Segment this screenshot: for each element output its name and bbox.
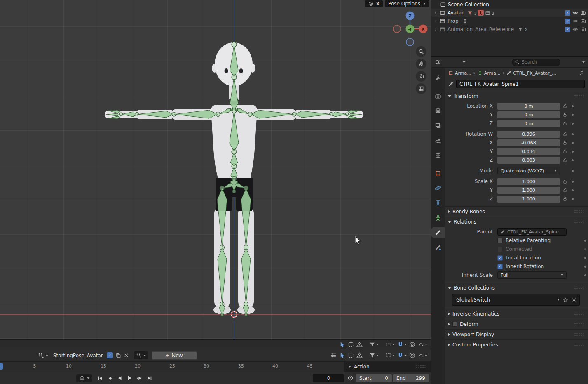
eye-icon[interactable] [572, 18, 578, 24]
camera-icon[interactable] [580, 10, 586, 16]
unlink-action-icon[interactable] [124, 353, 129, 358]
outliner-row-prop[interactable]: › Prop ✓ [431, 17, 588, 25]
panel-bendy-bones-header[interactable]: Bendy Bones [445, 207, 588, 217]
outliner-row-animation-area-reference[interactable]: › Animation_Area_Reference 2 ✓ [431, 25, 588, 33]
expand-chevron-icon[interactable]: › [435, 19, 439, 24]
panel-transform-header[interactable]: Transform [445, 91, 588, 101]
animate-dot[interactable] [584, 240, 586, 242]
start-frame-field[interactable]: Start 0 [356, 374, 392, 382]
search-box[interactable] [512, 59, 560, 66]
drag-grip[interactable] [574, 286, 585, 290]
breadcrumb-armature[interactable]: Arma... [478, 71, 501, 76]
drag-grip[interactable] [574, 210, 585, 213]
lock-icon[interactable] [561, 140, 569, 145]
lock-icon[interactable] [561, 158, 569, 163]
gizmo-neg-z-ball[interactable] [406, 38, 414, 46]
lock-icon[interactable] [561, 188, 569, 193]
breadcrumb-object[interactable]: Arma... [448, 71, 471, 76]
animate-dot[interactable] [572, 133, 574, 135]
tab-bone[interactable] [431, 227, 445, 238]
rotation-w-field[interactable]: 0.996 [497, 131, 560, 138]
animate-dot[interactable] [584, 257, 586, 259]
proportional-edit-icon[interactable] [368, 1, 373, 6]
show-errors-icon[interactable] [356, 342, 363, 348]
local-location-checkbox[interactable]: ✓ [497, 255, 503, 261]
panel-custom-properties-header[interactable]: Custom Properties [445, 340, 588, 350]
filter-chevron-icon[interactable] [582, 61, 585, 63]
animate-dot[interactable] [572, 142, 574, 144]
exclude-checkbox[interactable]: ✓ [565, 10, 570, 16]
new-action-button[interactable]: + New [152, 351, 197, 360]
animate-dot[interactable] [572, 198, 574, 200]
filter-icon[interactable] [369, 352, 379, 358]
falloff-icon[interactable] [418, 352, 427, 358]
duplicate-action-icon[interactable] [115, 353, 121, 358]
lock-icon[interactable] [561, 149, 569, 154]
next-keyframe-button[interactable] [136, 375, 143, 382]
animate-dot[interactable] [584, 274, 586, 276]
filter-icon[interactable] [369, 342, 379, 348]
timeline-ruler[interactable]: 5 10 15 20 25 30 35 40 45 Action [0, 361, 431, 372]
animate-dot[interactable] [572, 105, 574, 107]
prev-keyframe-button[interactable] [106, 375, 113, 382]
tab-physics[interactable] [431, 183, 445, 193]
exclude-checkbox[interactable]: ✓ [565, 19, 570, 24]
show-errors-icon[interactable] [356, 352, 363, 358]
tab-bone-constraints[interactable] [431, 242, 445, 252]
drag-grip[interactable] [574, 323, 585, 326]
panel-deform-header[interactable]: Deform [445, 319, 588, 329]
lock-icon[interactable] [561, 179, 569, 184]
relative-parenting-checkbox[interactable] [497, 238, 503, 243]
snap-icon[interactable] [397, 352, 407, 358]
current-frame-marker[interactable] [0, 363, 3, 370]
end-frame-field[interactable]: End 299 [393, 374, 429, 382]
animate-dot[interactable] [572, 151, 574, 153]
tab-world[interactable] [431, 150, 445, 160]
action-channel-header[interactable]: Action [344, 362, 431, 372]
drag-grip[interactable] [574, 333, 585, 336]
breadcrumb-bone[interactable]: CTRL_FK_Avatar_... [506, 71, 556, 76]
animate-dot[interactable] [572, 159, 574, 161]
rotation-y-field[interactable]: 0.034 [497, 148, 560, 155]
tab-object-data[interactable] [431, 212, 445, 223]
outliner-row-avatar[interactable]: › Avatar 2 2 ✓ [431, 9, 588, 17]
deform-checkbox[interactable] [452, 322, 457, 327]
editor-type-button[interactable] [38, 352, 48, 358]
exclude-checkbox[interactable]: ✓ [565, 27, 570, 32]
chevron-down-icon[interactable] [463, 61, 465, 63]
lock-icon[interactable] [561, 112, 569, 117]
falloff-icon[interactable] [418, 342, 427, 348]
search-input[interactable] [522, 59, 554, 65]
location-z-field[interactable]: 0 m [497, 120, 560, 127]
proportional-editing-icon[interactable] [409, 352, 415, 358]
outliner-row-scene-collection[interactable]: Scene Collection [431, 0, 588, 9]
tab-output[interactable] [431, 106, 445, 116]
tab-scene[interactable] [431, 135, 445, 146]
gizmo-neg-x-ball[interactable] [393, 25, 401, 33]
tab-view-layer[interactable] [431, 120, 445, 131]
proportional-editing-icon[interactable] [409, 342, 415, 348]
animate-dot[interactable] [584, 266, 586, 268]
drag-grip[interactable] [416, 365, 426, 368]
only-selected-icon[interactable] [339, 352, 345, 358]
lock-icon[interactable] [561, 132, 569, 137]
show-hidden-icon[interactable] [348, 342, 354, 348]
eye-icon[interactable] [572, 26, 578, 32]
drag-grip[interactable] [574, 312, 585, 316]
inherit-rotation-checkbox[interactable]: ✓ [497, 264, 503, 269]
panel-bone-collections-header[interactable]: Bone Collections [445, 283, 588, 293]
play-button[interactable] [126, 375, 133, 382]
expand-chevron-icon[interactable]: › [435, 27, 439, 32]
snap-icon[interactable] [397, 342, 407, 348]
eye-icon[interactable] [572, 10, 578, 16]
parent-field[interactable]: CTRL_FK_Avatar_Spine [497, 228, 567, 236]
inherit-scale-dropdown[interactable]: Full [497, 271, 567, 279]
navigation-gizmo[interactable]: Z X -Y [391, 10, 429, 48]
drag-grip[interactable] [574, 94, 585, 98]
animate-dot[interactable] [572, 114, 574, 116]
x-mirror-icon[interactable]: X [376, 1, 380, 7]
action-name[interactable]: StartingPose_Avatar [53, 353, 103, 358]
location-y-field[interactable]: 0 m [497, 111, 560, 118]
pin-icon[interactable] [579, 71, 584, 76]
jump-to-start-button[interactable] [96, 375, 103, 382]
